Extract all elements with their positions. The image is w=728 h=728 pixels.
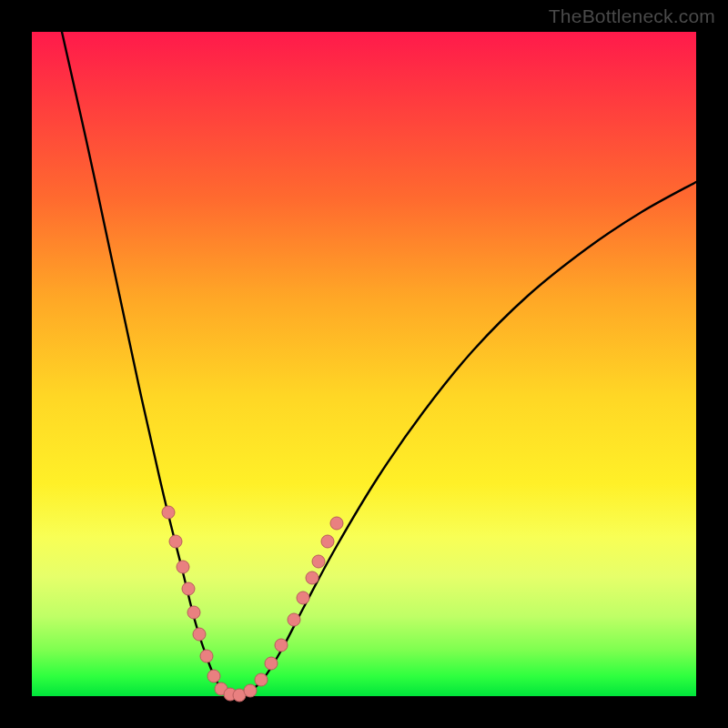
v-curve-line	[62, 32, 696, 695]
curve-marker	[207, 670, 220, 682]
curve-marker	[306, 571, 318, 584]
curve-marker	[177, 561, 189, 573]
curve-marker	[312, 555, 325, 568]
chart-svg	[32, 32, 696, 696]
curve-markers	[162, 506, 343, 702]
curve-marker	[330, 517, 343, 530]
curve-marker	[169, 535, 182, 548]
curve-marker	[162, 506, 175, 519]
curve-marker	[288, 613, 300, 626]
curve-marker	[182, 582, 195, 595]
curve-marker	[297, 592, 309, 604]
curve-marker	[193, 628, 206, 641]
curve-marker	[244, 684, 257, 697]
chart-container: TheBottleneck.com	[0, 0, 728, 728]
watermark-text: TheBottleneck.com	[549, 5, 715, 27]
plot-area	[32, 32, 696, 696]
curve-marker	[200, 650, 213, 662]
curve-marker	[255, 673, 268, 686]
curve-marker	[275, 639, 288, 652]
curve-marker	[321, 535, 334, 548]
curve-marker	[265, 657, 278, 670]
curve-marker	[187, 606, 200, 619]
